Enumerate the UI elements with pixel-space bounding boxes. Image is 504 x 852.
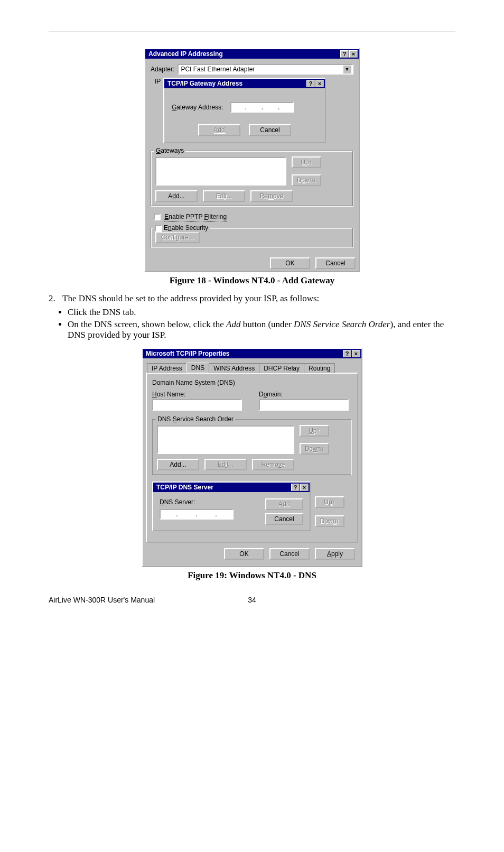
add-button[interactable]: Add (198, 124, 240, 136)
adapter-dropdown[interactable]: PCI Fast Ethernet Adapter ▼ (178, 64, 353, 75)
domain-input[interactable] (259, 399, 349, 411)
cancel-button[interactable]: Cancel (315, 257, 356, 269)
inner-window-title: TCP/IP Gateway Address (167, 80, 306, 87)
inner-add-button[interactable]: Add (265, 498, 303, 510)
up-button[interactable]: Up↑ (300, 425, 329, 437)
security-checkbox[interactable] (155, 225, 162, 232)
step-2-bullets: Click the DNS tab. On the DNS screen, sh… (68, 307, 455, 340)
host-name-input[interactable] (152, 399, 242, 411)
adapter-label: Adapter: (151, 66, 174, 73)
tab-dns[interactable]: DNS (186, 363, 209, 373)
tab-wins-address[interactable]: WINS Address (209, 363, 259, 373)
dns-server-label: DNS Server: (160, 498, 234, 506)
title-bar: Advanced IP Addressing ? × (145, 49, 359, 59)
help-icon[interactable]: ? (343, 350, 351, 357)
chevron-down-icon[interactable]: ▼ (343, 65, 351, 73)
ok-button[interactable]: OK (224, 548, 264, 560)
page-footer: AirLive WN-300R User's Manual 34 (49, 596, 455, 604)
inner-title-bar: TCP/IP Gateway Address ? × (164, 79, 325, 88)
help-icon[interactable]: ? (291, 484, 300, 491)
tab-routing[interactable]: Routing (304, 363, 335, 373)
tab-dhcp-relay[interactable]: DHCP Relay (259, 363, 304, 373)
dns-tab-panel: Domain Name System (DNS) Host Name: Host… (146, 373, 358, 543)
ok-button[interactable]: OK (270, 257, 310, 269)
close-icon[interactable]: × (352, 350, 360, 357)
down-button[interactable]: Down↓ (315, 515, 344, 527)
bullet-dns-screen: On the DNS screen, shown below, click th… (68, 319, 455, 340)
add-button[interactable]: Add... (155, 190, 198, 202)
cancel-button[interactable]: Cancel (249, 124, 291, 136)
ip-group-label: IP (154, 78, 162, 85)
figure-19-caption: Figure 19: Windows NT4.0 - DNS (49, 570, 455, 581)
gateway-address-label: Gateway Address: (172, 104, 223, 111)
edit-button[interactable]: Edit... (203, 190, 245, 202)
pptp-row: Enable PPTP Filtering Enable PPTP Filter… (151, 213, 353, 220)
cancel-button[interactable]: Cancel (269, 548, 310, 560)
gateways-group: Gateways Gateways Up↑ Up↑ Down↓ Down↓ Ad… (151, 151, 353, 207)
gateways-legend: Gateways (154, 147, 185, 154)
service-legend: DNS Service Search Order (156, 415, 235, 423)
tcp-ip-dns-server-dialog: TCP/IP DNS Server ? × DNS Server: DNS Se… (152, 481, 311, 531)
gateways-listbox[interactable] (155, 157, 286, 186)
security-legend: Enable Security (153, 224, 210, 231)
bullet-click-dns: Click the DNS tab. (68, 307, 455, 318)
dns-server-ip-input[interactable]: . . . (160, 509, 234, 520)
inner-window-title: TCP/IP DNS Server (156, 484, 291, 491)
pptp-label: Enable PPTP Filtering (164, 213, 227, 221)
dns-group-label: Domain Name System (DNS) (152, 379, 352, 386)
help-icon[interactable]: ? (340, 50, 349, 58)
adapter-row: Adapter: PCI Fast Ethernet Adapter ▼ (151, 64, 353, 75)
configure-button[interactable]: Configure... (155, 231, 200, 243)
page-number: 34 (236, 596, 268, 604)
pptp-checkbox[interactable] (154, 214, 161, 220)
step-2-text: The DNS should be set to the address pro… (62, 293, 455, 304)
advanced-ip-addressing-window: Advanced IP Addressing ? × Adapter: PCI … (144, 48, 360, 272)
close-icon[interactable]: × (300, 484, 309, 491)
add-button[interactable]: Add... (157, 459, 199, 470)
down-button[interactable]: Down↓ (300, 443, 329, 455)
host-name-label: Host Name: (152, 391, 245, 398)
security-group: Enable Security Enable Security Configur… (151, 228, 353, 248)
up-button[interactable]: Up↑ (315, 496, 344, 508)
title-bar: Microsoft TCP/IP Properties ? × (143, 349, 361, 358)
window-title: Advanced IP Addressing (148, 50, 340, 58)
remove-button[interactable]: Remove (252, 459, 294, 470)
tab-ip-address[interactable]: IP Address (147, 363, 187, 373)
close-icon[interactable]: × (349, 50, 358, 58)
domain-label: Domain: (259, 391, 352, 398)
page-rule (49, 32, 455, 32)
inner-title-bar: TCP/IP DNS Server ? × (153, 483, 310, 492)
help-icon[interactable]: ? (306, 80, 315, 87)
inner-cancel-button[interactable]: Cancel (265, 513, 303, 525)
figure-18-wrap: Advanced IP Addressing ? × Adapter: PCI … (49, 48, 455, 272)
gateway-ip-input[interactable]: . . . (230, 102, 294, 113)
list-number: 2. (49, 293, 62, 304)
figure-18-caption: Figure 18 - Windows NT4.0 - Add Gateway (49, 275, 455, 286)
adapter-value: PCI Fast Ethernet Adapter (181, 66, 255, 73)
edit-button[interactable]: Edit... (204, 459, 247, 470)
dns-service-search-group: DNS Service Search Order DNS Service Sea… (152, 419, 352, 475)
tab-strip: IP Address DNS WINS Address DHCP Relay R… (146, 363, 358, 373)
close-icon[interactable]: × (315, 80, 324, 87)
step-2-row: 2. The DNS should be set to the address … (49, 293, 455, 304)
window-title: Microsoft TCP/IP Properties (146, 350, 342, 357)
tcp-ip-gateway-dialog: TCP/IP Gateway Address ? × Gateway Addre… (163, 78, 326, 143)
down-button[interactable]: Down↓ (292, 174, 321, 186)
apply-button[interactable]: Apply (315, 548, 355, 560)
tcpip-properties-window: Microsoft TCP/IP Properties ? × IP Addre… (142, 348, 362, 567)
up-button[interactable]: Up↑ (292, 156, 321, 168)
manual-title: AirLive WN-300R User's Manual (49, 596, 236, 604)
service-listbox[interactable] (157, 425, 294, 454)
remove-button[interactable]: Remove (250, 190, 293, 202)
figure-19-wrap: Microsoft TCP/IP Properties ? × IP Addre… (49, 348, 455, 567)
